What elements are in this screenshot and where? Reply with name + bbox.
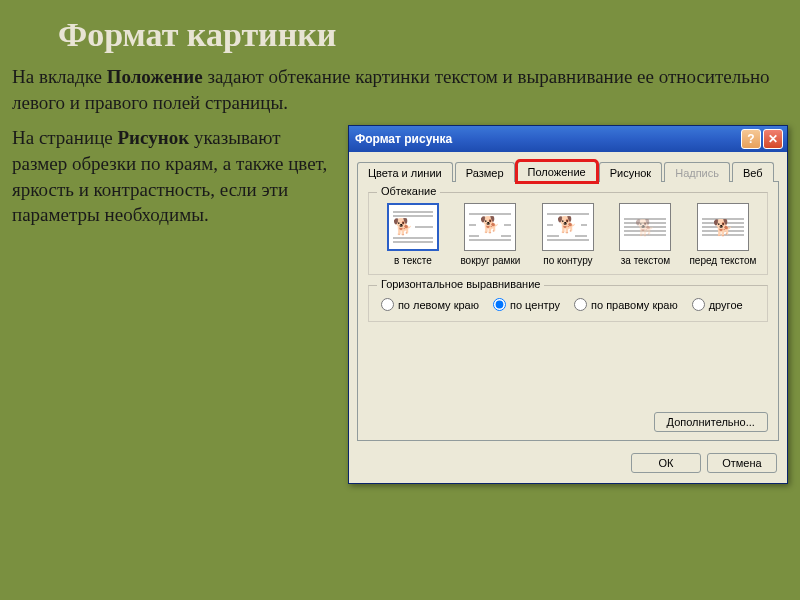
cancel-button[interactable]: Отмена (707, 453, 777, 473)
wrap-option-front[interactable]: 🐕 перед текстом (687, 203, 759, 266)
ok-button[interactable]: ОК (631, 453, 701, 473)
intro-paragraph: На вкладке Положение задают обтекание ка… (0, 64, 800, 125)
tab-web[interactable]: Веб (732, 162, 774, 182)
wrap-thumb-behind: 🐕 (619, 203, 671, 251)
help-button[interactable]: ? (741, 129, 761, 149)
align-radio-right[interactable]: по правому краю (574, 298, 678, 311)
dog-icon: 🐕 (635, 218, 655, 237)
align-radio-other[interactable]: другое (692, 298, 743, 311)
dialog-buttons: ОК Отмена (349, 449, 787, 483)
advanced-button[interactable]: Дополнительно... (654, 412, 768, 432)
question-icon: ? (747, 132, 754, 146)
tab-picture[interactable]: Рисунок (599, 162, 663, 182)
tab-size[interactable]: Размер (455, 162, 515, 182)
wrap-label-tight: по контуру (543, 255, 592, 266)
dialog-title: Формат рисунка (355, 132, 739, 146)
close-button[interactable]: ✕ (763, 129, 783, 149)
slide-title: Формат картинки (0, 0, 800, 64)
wrap-label-behind: за текстом (621, 255, 670, 266)
close-icon: ✕ (768, 132, 778, 146)
dog-icon: 🐕 (557, 217, 577, 233)
dog-icon: 🐕 (713, 218, 733, 237)
wrap-label-front: перед текстом (689, 255, 756, 266)
wrap-thumb-square: 🐕 (464, 203, 516, 251)
wrap-option-square[interactable]: 🐕 вокруг рамки (454, 203, 526, 266)
wrap-option-tight[interactable]: 🐕 по контуру (532, 203, 604, 266)
left-paragraph: На странице Рисунок указывают размер обр… (12, 125, 338, 484)
format-picture-dialog: Формат рисунка ? ✕ Цвета и линии Размер … (348, 125, 788, 484)
dialog-titlebar[interactable]: Формат рисунка ? ✕ (349, 126, 787, 152)
wrap-thumb-front: 🐕 (697, 203, 749, 251)
wrap-label-inline: в тексте (394, 255, 432, 266)
wrap-thumb-inline: 🐕 (387, 203, 439, 251)
dog-icon: 🐕 (393, 219, 413, 235)
wrap-group-label: Обтекание (377, 185, 440, 197)
tab-colors-lines[interactable]: Цвета и линии (357, 162, 453, 182)
wrap-thumb-tight: 🐕 (542, 203, 594, 251)
wrap-groupbox: Обтекание 🐕 в тексте (368, 192, 768, 275)
align-groupbox: Горизонтальное выравнивание по левому кр… (368, 285, 768, 322)
tab-position[interactable]: Положение (517, 161, 597, 182)
wrap-label-square: вокруг рамки (460, 255, 520, 266)
tab-caption: Надпись (664, 162, 730, 182)
dog-icon: 🐕 (480, 217, 500, 233)
align-radio-center[interactable]: по центру (493, 298, 560, 311)
tab-panel-position: Обтекание 🐕 в тексте (357, 181, 779, 441)
align-group-label: Горизонтальное выравнивание (377, 278, 544, 290)
tab-strip: Цвета и линии Размер Положение Рисунок Н… (349, 152, 787, 181)
wrap-option-behind[interactable]: 🐕 за текстом (609, 203, 681, 266)
wrap-option-inline[interactable]: 🐕 в тексте (377, 203, 449, 266)
align-radio-left[interactable]: по левому краю (381, 298, 479, 311)
